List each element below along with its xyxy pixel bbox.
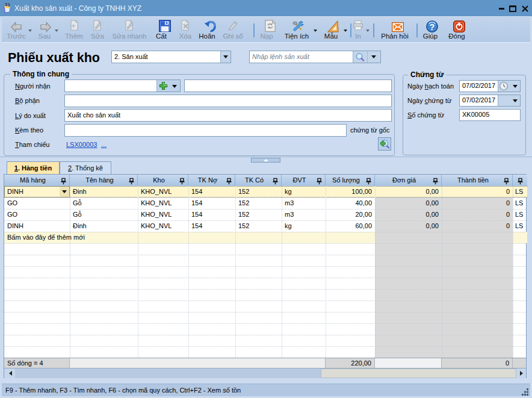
svg-text:?: ? (430, 22, 435, 32)
